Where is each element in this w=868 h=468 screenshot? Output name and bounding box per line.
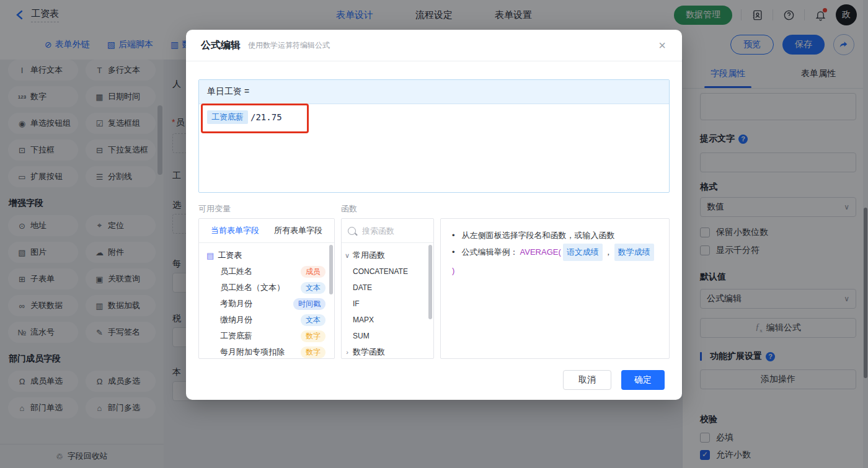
close-icon[interactable]: ×	[658, 38, 666, 53]
functions-label: 函数	[341, 203, 357, 214]
cancel-button[interactable]: 取消	[563, 370, 611, 390]
type-badge: 数字	[301, 347, 326, 358]
variable-item[interactable]: 考勤月份时间戳	[199, 296, 334, 312]
functions-panel: 常用函数 CONCATENATE DATE IF MAPX SUM 数学函数 文…	[341, 218, 434, 359]
chevron-right-icon	[342, 348, 353, 356]
formula-editor-area[interactable]: 单日工资 = 工资底薪 /21.75	[198, 79, 670, 193]
field-chip: 工资底薪	[207, 110, 248, 124]
bullet-icon: •	[452, 227, 455, 244]
variable-item[interactable]: 员工姓名（文本）文本	[199, 280, 334, 296]
type-badge: 文本	[301, 314, 326, 326]
function-group-math[interactable]: 数学函数	[342, 344, 433, 359]
variables-panel: 当前表单字段 所有表单字段 ▤ 工资表 员工姓名成员 员工姓名（文本）文本 考勤…	[198, 218, 335, 359]
function-group-common[interactable]: 常用函数	[342, 247, 433, 263]
tip-line-1: • 从左侧面板选择字段名和函数，或输入函数	[452, 227, 658, 244]
type-badge: 数字	[301, 330, 326, 342]
function-item[interactable]: MAPX	[342, 312, 433, 328]
modal-title: 公式编辑	[201, 39, 241, 52]
variables-label: 可用变量	[198, 203, 341, 214]
function-item[interactable]: CONCATENATE	[342, 263, 433, 280]
search-icon	[348, 227, 356, 235]
modal-subtitle: 使用数学运算符编辑公式	[248, 40, 330, 51]
variable-item[interactable]: 工资底薪数字	[199, 328, 334, 344]
functions-scrollbar[interactable]	[428, 245, 432, 319]
example-field-chip: 数学成绩	[614, 244, 654, 261]
tab-current-form-fields[interactable]: 当前表单字段	[211, 225, 259, 236]
function-item[interactable]: DATE	[342, 280, 433, 296]
formula-expression[interactable]: 工资底薪 /21.75	[207, 110, 282, 124]
form-tree-root[interactable]: ▤ 工资表	[199, 247, 334, 263]
variable-item[interactable]: 每月附加专项扣除数字	[199, 344, 334, 359]
type-badge: 文本	[301, 282, 326, 294]
function-search-input[interactable]	[361, 226, 419, 236]
variables-scrollbar[interactable]	[329, 245, 333, 294]
bullet-icon: •	[452, 244, 455, 260]
formula-target: 单日工资 =	[199, 80, 669, 104]
form-doc-icon: ▤	[206, 251, 214, 260]
tips-panel: • 从左侧面板选择字段名和函数，或输入函数 • 公式编辑举例： AVERAGE(…	[440, 218, 670, 359]
tip-line-2: • 公式编辑举例： AVERAGE( 语文成绩 ， 数学成绩 )	[452, 244, 658, 279]
variable-item[interactable]: 缴纳月份文本	[199, 312, 334, 328]
type-badge: 时间戳	[293, 298, 326, 310]
variable-item[interactable]: 员工姓名成员	[199, 263, 334, 280]
type-badge: 成员	[301, 266, 326, 278]
confirm-button[interactable]: 确定	[621, 370, 665, 390]
tab-all-form-fields[interactable]: 所有表单字段	[274, 225, 322, 236]
example-field-chip: 语文成绩	[563, 244, 603, 261]
function-item[interactable]: IF	[342, 296, 433, 312]
chevron-down-icon	[342, 252, 353, 260]
function-item[interactable]: SUM	[342, 328, 433, 344]
formula-editor-modal: 公式编辑 使用数学运算符编辑公式 × 单日工资 = 工资底薪 /21.75 可用…	[186, 30, 682, 400]
